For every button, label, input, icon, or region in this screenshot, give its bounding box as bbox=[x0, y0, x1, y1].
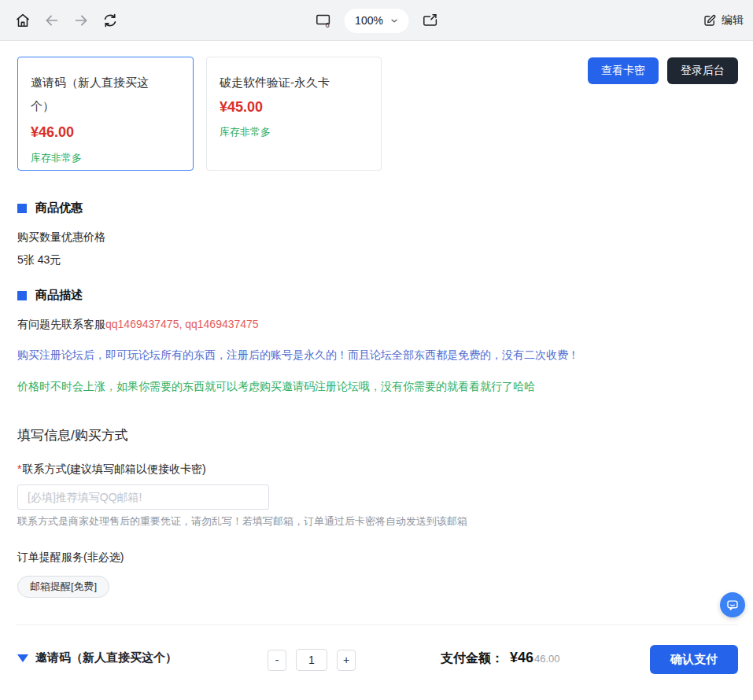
refresh-icon bbox=[102, 12, 119, 29]
pay-amount-group: 支付金额： ¥46 46.00 bbox=[441, 650, 560, 667]
toolbar-right-group: 编辑 bbox=[703, 13, 744, 28]
forward-button[interactable] bbox=[68, 7, 94, 34]
square-bullet-icon bbox=[17, 291, 27, 300]
header-actions: 查看卡密 登录后台 bbox=[588, 57, 738, 84]
toolbar-nav-group bbox=[9, 7, 124, 34]
description-section-heading: 商品描述 bbox=[17, 288, 738, 303]
promo-section-heading: 商品优惠 bbox=[17, 201, 738, 216]
contact-field-label: *联系方式(建议填写邮箱以便接收卡密) bbox=[17, 462, 738, 477]
promo-tier-line: 5张 43元 bbox=[17, 251, 738, 268]
customer-service-qq: qq1469437475, qq1469437475 bbox=[105, 318, 259, 330]
product-price: ¥46.00 bbox=[31, 124, 180, 141]
toolbar-viewport-group: 0 100% bbox=[309, 0, 444, 41]
toolbar: 0 100% bbox=[0, 0, 753, 41]
monitor-external-icon bbox=[422, 12, 439, 29]
product-card-invite-code[interactable]: 邀请码（新人直接买这个） ¥46.00 库存非常多 bbox=[17, 57, 194, 171]
product-card-software-key[interactable]: 破走软件验证-永久卡 ¥45.00 库存非常多 bbox=[206, 57, 382, 171]
chevron-down-icon bbox=[389, 16, 400, 26]
product-title: 邀请码（新人直接买这个） bbox=[31, 71, 158, 118]
device-monitor-icon: 0 bbox=[314, 12, 331, 29]
description-note-green: 价格时不时会上涨，如果你需要的东西就可以考虑购买邀请码注册论坛哦，没有你需要的就… bbox=[17, 378, 738, 395]
svg-text:0: 0 bbox=[325, 21, 329, 29]
checkout-row: 邀请码（新人直接买这个） - + 支付金额： ¥46 46.00 确认支付 bbox=[0, 625, 753, 700]
contact-label-text: 联系方式(建议填写邮箱以便接收卡密) bbox=[22, 462, 205, 475]
quantity-decrease-button[interactable]: - bbox=[268, 650, 286, 671]
home-icon bbox=[14, 12, 31, 29]
pay-amount-label: 支付金额： bbox=[441, 650, 504, 667]
chat-fab-button[interactable] bbox=[720, 592, 745, 617]
promo-heading-label: 商品优惠 bbox=[35, 201, 83, 216]
edit-button-label: 编辑 bbox=[722, 13, 744, 28]
open-external-button[interactable] bbox=[417, 7, 444, 34]
promo-line: 购买数量优惠价格 bbox=[17, 228, 738, 245]
confirm-pay-button[interactable]: 确认支付 bbox=[650, 645, 738, 674]
quantity-input[interactable] bbox=[296, 649, 327, 671]
view-card-keys-button[interactable]: 查看卡密 bbox=[588, 57, 659, 84]
page-content: 邀请码（新人直接买这个） ¥46.00 库存非常多 破走软件验证-永久卡 ¥45… bbox=[0, 57, 753, 598]
edit-pencil-icon bbox=[703, 13, 717, 28]
checkout-bar: 邀请码（新人直接买这个） - + 支付金额： ¥46 46.00 确认支付 bbox=[0, 624, 753, 700]
square-bullet-icon bbox=[17, 204, 27, 213]
required-asterisk: * bbox=[17, 462, 21, 475]
admin-login-button[interactable]: 登录后台 bbox=[667, 57, 738, 84]
refresh-button[interactable] bbox=[97, 7, 124, 34]
selected-product-name: 邀请码（新人直接买这个） bbox=[35, 650, 177, 665]
pay-amount-value: ¥46 bbox=[510, 650, 533, 666]
arrow-right-icon bbox=[72, 12, 90, 29]
contact-input[interactable] bbox=[17, 484, 269, 510]
home-button[interactable] bbox=[9, 7, 36, 34]
zoom-select[interactable]: 100% bbox=[344, 9, 409, 33]
contact-help-text: 联系方式是商家处理售后的重要凭证，请勿乱写！若填写邮箱，订单通过后卡密将自动发送… bbox=[17, 514, 738, 529]
pay-amount-detail: 46.00 bbox=[534, 653, 560, 665]
back-button[interactable] bbox=[39, 7, 65, 34]
quantity-increase-button[interactable]: + bbox=[337, 650, 356, 671]
description-heading-label: 商品描述 bbox=[35, 288, 83, 303]
product-stock: 库存非常多 bbox=[220, 125, 368, 139]
quantity-stepper: - + bbox=[268, 649, 356, 671]
product-title: 破走软件验证-永久卡 bbox=[220, 71, 347, 94]
customer-service-prefix: 有问题先联系客服 bbox=[17, 318, 105, 330]
description-note-blue: 购买注册论坛后，即可玩论坛所有的东西，注册后的账号是永久的！而且论坛全部东西都是… bbox=[17, 346, 738, 363]
edit-button[interactable]: 编辑 bbox=[703, 13, 744, 28]
product-card-row: 邀请码（新人直接买这个） ¥46.00 库存非常多 破走软件验证-永久卡 ¥45… bbox=[17, 57, 738, 171]
device-toolbar-button[interactable]: 0 bbox=[309, 7, 336, 34]
zoom-level-value: 100% bbox=[355, 14, 383, 27]
form-section-heading: 填写信息/购买方式 bbox=[17, 426, 738, 444]
chat-bubble-icon bbox=[725, 598, 740, 612]
email-notify-chip[interactable]: 邮箱提醒[免费] bbox=[17, 576, 109, 598]
triangle-down-icon bbox=[17, 654, 28, 662]
arrow-left-icon bbox=[43, 12, 61, 29]
product-stock: 库存非常多 bbox=[31, 151, 180, 165]
product-price: ¥45.00 bbox=[220, 99, 368, 116]
selected-product-toggle[interactable]: 邀请码（新人直接买这个） bbox=[17, 650, 177, 665]
notify-service-label: 订单提醒服务(非必选) bbox=[17, 551, 738, 565]
customer-service-line: 有问题先联系客服qq1469437475, qq1469437475 bbox=[17, 315, 738, 333]
